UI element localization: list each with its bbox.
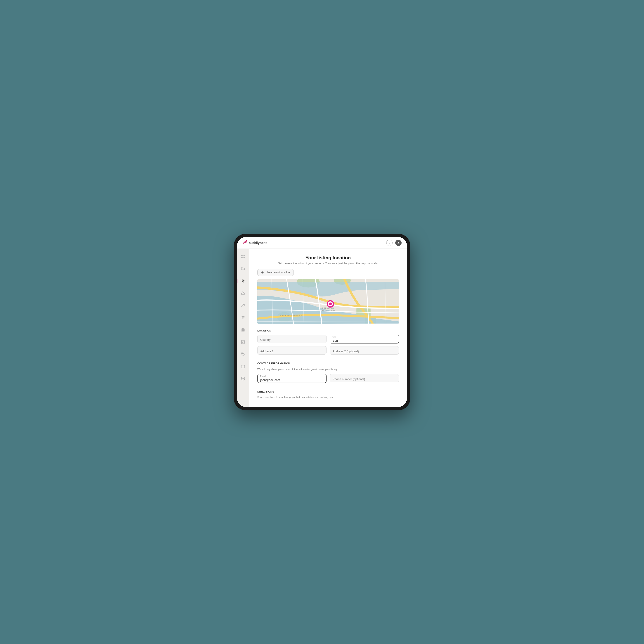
svg-point-29 (329, 303, 332, 305)
svg-rect-3 (241, 257, 243, 258)
sidebar-item-photos[interactable] (239, 326, 247, 334)
contact-row: Email (function() { const data3 = JSON.p… (257, 374, 399, 383)
sidebar-item-amenities[interactable] (239, 289, 247, 297)
logo-text: cuddlynest (249, 241, 267, 245)
location-section: LOCATION City (function() { const data2 … (257, 329, 399, 355)
svg-rect-16 (241, 365, 245, 368)
logo: cuddlynest (242, 240, 267, 246)
svg-text:BERLINER: BERLINER (322, 307, 334, 309)
page-subtitle: Set the exact location of your property.… (257, 262, 399, 265)
location-section-label: LOCATION (257, 329, 399, 332)
sidebar-item-description[interactable] (239, 338, 247, 346)
logo-bird-icon (242, 240, 247, 246)
directions-section-label: DIRECTIONS (257, 390, 399, 393)
svg-rect-2 (243, 255, 244, 256)
contact-section: CONTACT INFORMATION We will only share y… (257, 362, 399, 383)
svg-rect-12 (241, 329, 245, 331)
svg-point-7 (243, 280, 244, 281)
phone-input[interactable] (330, 374, 399, 382)
address2-field-wrap (330, 346, 399, 355)
address1-input[interactable] (257, 346, 327, 355)
sidebar-item-home[interactable] (239, 252, 247, 260)
directions-subtitle: Share directions to your listing, public… (257, 396, 399, 398)
city-input[interactable] (330, 335, 399, 343)
help-button[interactable]: ? (386, 240, 393, 246)
top-bar: cuddlynest ? (237, 237, 407, 249)
top-bar-actions: ? (386, 240, 402, 246)
svg-rect-8 (241, 293, 244, 295)
svg-point-11 (243, 319, 243, 319)
page-title: Your listing location (257, 255, 399, 260)
svg-point-9 (242, 304, 243, 305)
svg-point-0 (398, 242, 399, 243)
sidebar-item-bed[interactable] (239, 265, 247, 273)
contact-subtitle: We will only share your contact informat… (257, 367, 399, 371)
location-row-1: City (function() { const data2 = JSON.pa… (257, 335, 399, 343)
address2-input[interactable] (330, 346, 399, 355)
map-container[interactable]: BERLINER INNENSTADT FRIEDRICHSWERDER (257, 279, 399, 324)
svg-point-15 (242, 353, 243, 354)
account-button[interactable] (395, 240, 402, 246)
device-frame: cuddlynest ? (234, 234, 410, 410)
sidebar-item-wifi[interactable] (239, 313, 247, 322)
use-current-location-button[interactable]: Use current location (257, 269, 294, 276)
content-area: Your listing location Set the exact loca… (249, 249, 407, 407)
contact-section-label: CONTACT INFORMATION (257, 362, 399, 365)
phone-field-wrap (330, 374, 399, 383)
sidebar-item-rules[interactable] (239, 374, 247, 383)
directions-section: DIRECTIONS Share directions to your list… (257, 390, 399, 398)
svg-text:INNENSTADT: INNENSTADT (321, 309, 336, 311)
city-field-wrap: City (function() { const data2 = JSON.pa… (330, 335, 399, 343)
address1-field-wrap (257, 346, 327, 355)
sidebar (237, 249, 249, 407)
sidebar-item-calendar[interactable] (239, 362, 247, 370)
sidebar-item-location[interactable] (239, 277, 247, 285)
sidebar-item-guests[interactable] (239, 301, 247, 309)
email-field-wrap: Email (function() { const data3 = JSON.p… (257, 374, 327, 383)
use-location-label: Use current location (266, 271, 290, 274)
svg-rect-1 (241, 255, 243, 256)
svg-text:FRIEDRICHSWERDER: FRIEDRICHSWERDER (280, 315, 302, 317)
device-inner: cuddlynest ? (237, 237, 407, 407)
email-input[interactable] (257, 374, 327, 383)
svg-rect-4 (243, 257, 244, 258)
svg-rect-6 (241, 268, 242, 268)
country-field-wrap (257, 335, 327, 343)
svg-point-10 (244, 304, 244, 305)
map-svg: BERLINER INNENSTADT FRIEDRICHSWERDER (257, 279, 399, 324)
sidebar-item-tags[interactable] (239, 350, 247, 358)
location-row-2 (257, 346, 399, 355)
country-input[interactable] (257, 335, 327, 343)
section-divider-1 (257, 359, 399, 359)
main-layout: Your listing location Set the exact loca… (237, 249, 407, 407)
svg-point-13 (242, 329, 244, 331)
